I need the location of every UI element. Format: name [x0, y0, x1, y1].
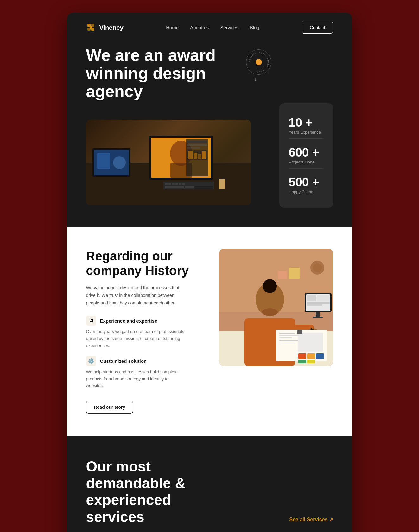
svg-rect-23	[165, 183, 168, 185]
svg-rect-16	[187, 147, 200, 149]
read-story-button[interactable]: Read our story	[86, 401, 133, 414]
designer-scene	[219, 249, 333, 366]
scroll-arrow: ↓	[254, 77, 257, 82]
svg-rect-27	[179, 183, 181, 185]
customized-icon: ⚙️	[86, 356, 96, 366]
logo[interactable]: Vinency	[86, 22, 124, 33]
see-all-services-link[interactable]: See all Services ↗	[289, 517, 333, 525]
svg-rect-26	[175, 183, 178, 185]
monitor-screen	[151, 138, 211, 178]
svg-rect-51	[316, 353, 324, 359]
svg-rect-52	[298, 360, 306, 363]
monitor-main	[149, 136, 213, 180]
coffee-cup	[219, 179, 225, 189]
brand-name: Vinency	[99, 24, 124, 31]
stat-years: 10 + Years Experience	[289, 113, 324, 139]
svg-rect-60	[316, 312, 320, 317]
svg-rect-15	[187, 144, 207, 146]
hero-left: We are an award winning design agency ex…	[86, 46, 270, 205]
feature-customized: ⚙️ Customized solution We help startups …	[86, 356, 203, 389]
feature-experience-title: Experience and expertise	[100, 318, 157, 324]
about-title: Regarding our company History	[86, 249, 203, 278]
svg-point-8	[113, 156, 126, 169]
svg-rect-53	[307, 360, 315, 363]
svg-rect-43	[279, 333, 295, 334]
stats-card: 10 + Years Experience 600 + Projects Don…	[279, 103, 333, 208]
svg-rect-46	[279, 340, 298, 341]
experience-icon: 🖥	[86, 316, 96, 326]
svg-rect-14	[187, 141, 207, 143]
svg-rect-48	[298, 333, 323, 352]
svg-rect-18	[188, 151, 193, 159]
stat-clients: 500 + Happy Clients	[289, 172, 324, 198]
svg-rect-47	[279, 343, 295, 343]
nav-services[interactable]: Services	[220, 25, 238, 30]
about-left: Regarding our company History We value h…	[86, 249, 203, 414]
svg-rect-64	[289, 268, 300, 279]
badge-text-svg: explore. best. agency. best.	[246, 49, 271, 75]
stat-projects-label: Projects Done	[289, 160, 324, 164]
svg-rect-19	[194, 153, 197, 159]
stat-projects: 600 + Projects Done	[289, 143, 324, 169]
svg-rect-29	[165, 186, 184, 188]
hero-content: We are an award winning design agency ex…	[86, 46, 333, 208]
badge-circle: explore. best. agency. best.	[246, 49, 271, 75]
svg-point-37	[263, 279, 277, 293]
svg-rect-24	[168, 183, 171, 185]
services-header: Our most demandable & experienced servic…	[86, 458, 333, 525]
about-description: We value honest design and the processes…	[86, 284, 187, 307]
hero-right: 10 + Years Experience 600 + Projects Don…	[279, 46, 333, 208]
svg-rect-57	[307, 302, 330, 304]
svg-rect-56	[307, 295, 316, 301]
svg-point-63	[313, 263, 322, 272]
nav-about[interactable]: About us	[190, 25, 209, 30]
feature-customized-header: ⚙️ Customized solution	[86, 356, 203, 366]
svg-rect-61	[313, 317, 323, 318]
nav-blog[interactable]: Blog	[250, 25, 259, 30]
stat-years-number: 10 +	[289, 117, 324, 129]
feature-customized-desc: We help startups and businesses build co…	[86, 369, 184, 389]
about-section: Regarding our company History We value h…	[67, 227, 352, 436]
contact-button[interactable]: Contact	[302, 22, 333, 34]
stat-projects-number: 600 +	[289, 146, 324, 158]
feature-experience-header: 🖥 Experience and expertise	[86, 316, 203, 326]
hero-image	[86, 120, 251, 205]
svg-rect-21	[202, 151, 206, 159]
stat-years-label: Years Experience	[289, 130, 324, 135]
feature-experience-desc: Over the years we gathered a team of pro…	[86, 328, 184, 349]
page-wrapper: Vinency Home About us Services Blog Cont…	[67, 13, 352, 532]
svg-rect-20	[198, 154, 201, 159]
stat-clients-number: 500 +	[289, 176, 324, 188]
feature-customized-title: Customized solution	[100, 358, 147, 364]
see-all-arrow: ↗	[329, 517, 333, 523]
navbar: Vinency Home About us Services Blog Cont…	[86, 13, 333, 46]
hero-image-bg	[86, 120, 251, 205]
tablet	[194, 186, 213, 189]
svg-rect-49	[298, 353, 306, 359]
svg-rect-66	[297, 330, 302, 334]
hero-title: We are an award winning design agency	[86, 46, 241, 101]
svg-point-38	[262, 308, 278, 316]
about-right	[219, 249, 333, 366]
svg-text:explore. best. agency. best.: explore. best. agency. best.	[248, 51, 269, 73]
see-all-label: See all Services	[289, 517, 328, 522]
svg-rect-65	[278, 271, 287, 279]
svg-rect-25	[172, 183, 175, 185]
nav-home[interactable]: Home	[166, 25, 179, 30]
services-title: Our most demandable & experienced servic…	[86, 458, 225, 525]
svg-rect-58	[307, 304, 322, 306]
svg-rect-45	[279, 337, 292, 338]
services-section: Our most demandable & experienced servic…	[67, 436, 352, 532]
hero-section: Vinency Home About us Services Blog Cont…	[67, 13, 352, 227]
about-inner: Regarding our company History We value h…	[86, 249, 333, 414]
nav-links: Home About us Services Blog	[166, 25, 259, 30]
svg-rect-59	[317, 295, 330, 301]
stat-clients-label: Happy Clients	[289, 189, 324, 194]
svg-rect-28	[182, 183, 185, 185]
svg-rect-50	[307, 353, 315, 359]
logo-icon	[86, 22, 96, 33]
monitor-small	[92, 148, 130, 177]
about-image	[219, 249, 333, 366]
monitor-small-screen	[94, 150, 129, 175]
svg-rect-7	[97, 153, 110, 169]
